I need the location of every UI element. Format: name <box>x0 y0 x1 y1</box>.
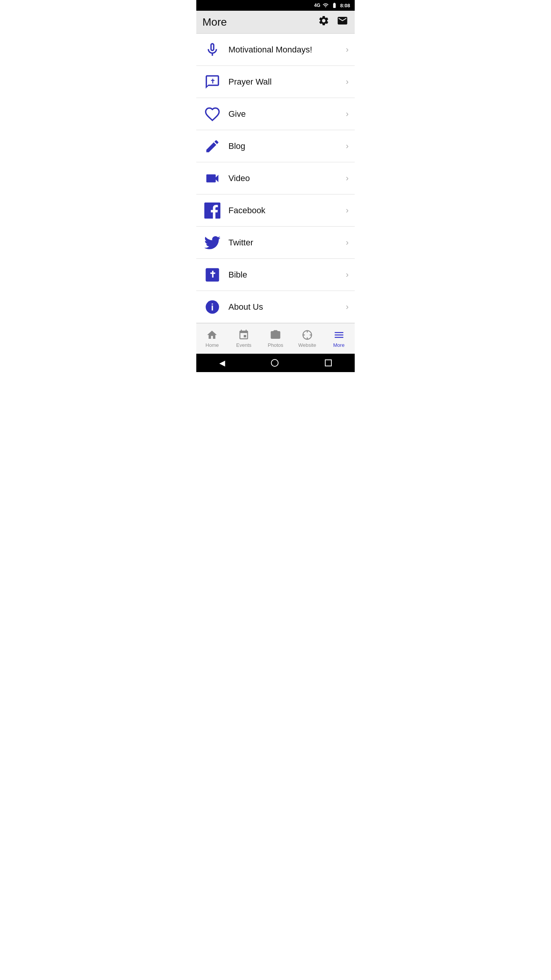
recents-button[interactable] <box>325 359 332 366</box>
svg-text:✝: ✝ <box>210 78 215 84</box>
menu-label-prayer-wall: Prayer Wall <box>222 77 346 87</box>
header: More <box>196 11 355 34</box>
menu-label-video: Video <box>222 173 346 183</box>
menu-item-bible[interactable]: ✝ Bible › <box>196 259 355 291</box>
microphone-icon <box>202 42 222 58</box>
prayer-icon: ✝ <box>202 74 222 90</box>
menu-item-blog[interactable]: Blog › <box>196 130 355 162</box>
info-icon: i <box>202 299 222 315</box>
menu-label-give: Give <box>222 109 346 119</box>
svg-text:✝: ✝ <box>209 270 216 279</box>
network-signal: 4G <box>314 3 320 8</box>
back-button[interactable]: ◀ <box>219 358 225 368</box>
nav-item-events[interactable]: Events <box>228 329 260 348</box>
twitter-icon <box>202 235 222 251</box>
nav-item-home[interactable]: Home <box>196 329 228 348</box>
chevron-right-icon: › <box>346 109 349 119</box>
chevron-right-icon: › <box>346 141 349 151</box>
nav-item-more[interactable]: More <box>323 329 355 348</box>
chevron-right-icon: › <box>346 238 349 248</box>
nav-label-home: Home <box>205 342 219 348</box>
menu-item-about-us[interactable]: i About Us › <box>196 291 355 323</box>
menu-label-bible: Bible <box>222 270 346 280</box>
bottom-nav: Home Events Photos Website More <box>196 323 355 354</box>
system-nav-bar: ◀ <box>196 354 355 372</box>
battery-icon <box>331 2 338 8</box>
menu-item-video[interactable]: Video › <box>196 162 355 194</box>
menu-list: Motivational Mondays! › ✝ Prayer Wall › … <box>196 34 355 323</box>
events-nav-icon <box>238 329 249 341</box>
settings-button[interactable] <box>318 15 329 29</box>
bible-icon: ✝ <box>202 267 222 283</box>
nav-label-more: More <box>333 342 345 348</box>
time: 8:08 <box>340 3 350 8</box>
chevron-right-icon: › <box>346 206 349 216</box>
home-button[interactable] <box>271 359 279 367</box>
pencil-icon <box>202 138 222 154</box>
chevron-right-icon: › <box>346 302 349 312</box>
nav-label-website: Website <box>298 342 316 348</box>
more-nav-icon <box>333 329 345 341</box>
website-nav-icon <box>302 329 313 341</box>
menu-item-facebook[interactable]: Facebook › <box>196 194 355 227</box>
video-icon <box>202 170 222 186</box>
status-bar: 4G 8:08 <box>196 0 355 11</box>
chevron-right-icon: › <box>346 173 349 183</box>
menu-label-motivational-mondays: Motivational Mondays! <box>222 45 346 55</box>
menu-label-facebook: Facebook <box>222 206 346 216</box>
messages-button[interactable] <box>336 15 349 29</box>
nav-label-photos: Photos <box>268 342 283 348</box>
nav-label-events: Events <box>236 342 251 348</box>
menu-item-give[interactable]: Give › <box>196 98 355 130</box>
photos-nav-icon <box>270 329 281 341</box>
menu-label-blog: Blog <box>222 141 346 151</box>
chevron-right-icon: › <box>346 270 349 280</box>
page-title: More <box>202 16 227 28</box>
menu-item-prayer-wall[interactable]: ✝ Prayer Wall › <box>196 66 355 98</box>
signal-icon <box>323 2 329 8</box>
svg-text:i: i <box>211 302 214 312</box>
home-nav-icon <box>206 329 218 341</box>
menu-item-twitter[interactable]: Twitter › <box>196 227 355 259</box>
header-actions <box>318 15 349 29</box>
nav-item-photos[interactable]: Photos <box>260 329 292 348</box>
facebook-icon <box>202 203 222 219</box>
nav-item-website[interactable]: Website <box>291 329 323 348</box>
heart-icon <box>202 106 222 122</box>
menu-label-twitter: Twitter <box>222 238 346 248</box>
chevron-right-icon: › <box>346 77 349 87</box>
menu-item-motivational-mondays[interactable]: Motivational Mondays! › <box>196 34 355 66</box>
menu-label-about-us: About Us <box>222 302 346 312</box>
chevron-right-icon: › <box>346 45 349 55</box>
